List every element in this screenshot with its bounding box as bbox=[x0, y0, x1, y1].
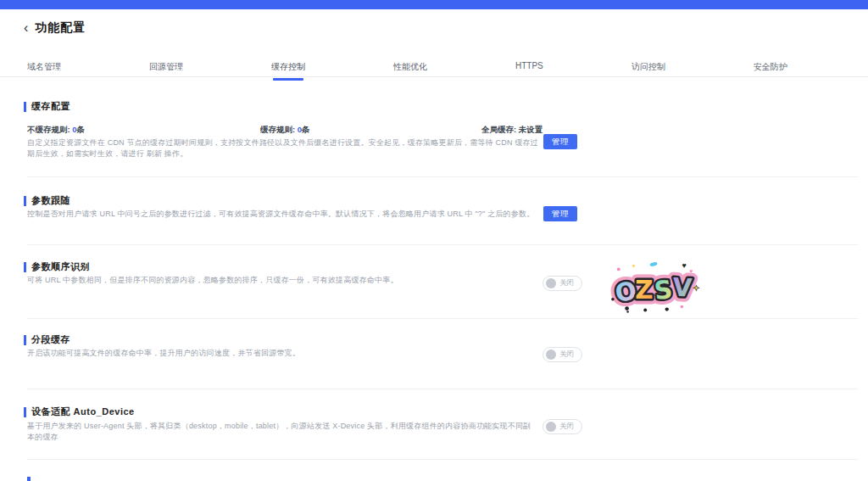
sticker-drip bbox=[665, 307, 669, 310]
tab-origin-management[interactable]: 回源管理 bbox=[149, 61, 183, 81]
sticker-drip bbox=[643, 309, 647, 312]
sticker-letter-layer: O Z S V bbox=[613, 271, 694, 308]
sticker-letter-z: Z bbox=[635, 276, 653, 305]
chunk-cache-description: 开启该功能可提高文件的缓存命中率，提升用户的访问速度，并节省回源带宽。 bbox=[27, 348, 536, 359]
sticker-dot-cyan bbox=[649, 261, 658, 266]
stat-label: 全局缓存: bbox=[481, 125, 516, 134]
active-tab-underline bbox=[273, 78, 303, 81]
tab-domain-management[interactable]: 域名管理 bbox=[27, 61, 61, 81]
stat-value: 未设置 bbox=[519, 125, 543, 134]
tab-security[interactable]: 安全防护 bbox=[754, 61, 787, 81]
cache-config-manage-button[interactable]: 管理 bbox=[543, 134, 577, 149]
toggle-label: 关闭 bbox=[559, 278, 574, 288]
param-follow-description: 控制是否对用户请求 URL 中问号之后的参数进行过滤，可有效提高资源文件缓存命中… bbox=[27, 209, 536, 220]
ozsv-graffiti-sticker: O Z S V O Z S V ♥ ♥ ✦ bbox=[609, 259, 702, 316]
section-title-cache-config: 缓存配置 bbox=[24, 100, 70, 113]
section-marker bbox=[24, 262, 26, 272]
section-title-chunk-cache: 分段缓存 bbox=[24, 333, 70, 346]
cache-config-description: 自定义指定资源文件在 CDN 节点的缓存过期时间规则，支持按文件路径以及文件后缀… bbox=[27, 137, 546, 159]
sticker-dot-pink bbox=[617, 267, 620, 271]
param-order-toggle[interactable]: 关闭 bbox=[542, 276, 582, 291]
tab-access-control[interactable]: 访问控制 bbox=[632, 61, 665, 81]
section-marker bbox=[24, 196, 26, 206]
sticker-drip bbox=[625, 306, 629, 310]
stat-label: 不缓存规则: bbox=[27, 125, 70, 134]
section-title-text: 参数顺序识别 bbox=[31, 260, 90, 273]
sticker-letter-v: V bbox=[672, 273, 693, 303]
stat-no-cache-rules: 不缓存规则: 0条 bbox=[27, 125, 85, 136]
chunk-cache-toggle[interactable]: 关闭 bbox=[542, 347, 582, 362]
section-divider bbox=[27, 389, 858, 389]
page-header: ‹ 功能配置 bbox=[24, 20, 86, 36]
toggle-label: 关闭 bbox=[559, 422, 574, 432]
page-title: 功能配置 bbox=[35, 20, 86, 36]
section-title-text: 分段缓存 bbox=[31, 333, 70, 346]
top-nav-bar bbox=[0, 0, 868, 9]
sticker-dot-yellow bbox=[632, 265, 635, 267]
section-title-text: 参数跟随 bbox=[31, 194, 70, 207]
sticker-heart-icon: ♥ bbox=[689, 268, 693, 274]
sticker-drip bbox=[626, 310, 629, 313]
section-title-param-follow: 参数跟随 bbox=[24, 194, 70, 207]
stat-cache-rules: 缓存规则: 0条 bbox=[260, 125, 310, 136]
section-title-param-order: 参数顺序识别 bbox=[24, 260, 90, 273]
stat-suffix: 条 bbox=[77, 125, 86, 134]
device-adapt-toggle[interactable]: 关闭 bbox=[542, 419, 582, 434]
toggle-label: 关闭 bbox=[559, 350, 574, 360]
section-marker bbox=[24, 102, 26, 112]
sticker-heart-icon: ♥ bbox=[682, 261, 686, 270]
stat-suffix: 条 bbox=[302, 125, 310, 134]
cdn-function-config-page: ‹ 功能配置 域名管理 回源管理 缓存控制 性能优化 HTTPS 访问控制 安全… bbox=[0, 0, 868, 481]
param-order-description: 可将 URL 中参数相同，但是排序不同的资源内容，忽略参数的排序，只缓存一份，可… bbox=[27, 275, 536, 286]
sticker-drip bbox=[681, 305, 684, 309]
toggle-knob bbox=[546, 350, 556, 360]
stat-global-cache: 全局缓存: 未设置 bbox=[481, 125, 542, 136]
tab-cache-control-label: 缓存控制 bbox=[271, 62, 305, 71]
param-follow-manage-button[interactable]: 管理 bbox=[543, 206, 577, 221]
stat-label: 缓存规则: bbox=[260, 125, 295, 134]
section-divider bbox=[27, 176, 858, 177]
section-divider bbox=[27, 459, 858, 460]
next-section-marker bbox=[27, 477, 31, 481]
section-marker bbox=[24, 335, 26, 345]
toggle-knob bbox=[546, 422, 556, 432]
section-title-device-adapt: 设备适配 Auto_Device bbox=[24, 405, 135, 418]
tab-performance[interactable]: 性能优化 bbox=[393, 61, 427, 81]
section-divider bbox=[27, 244, 858, 245]
section-title-text: 缓存配置 bbox=[31, 100, 70, 113]
sticker-sparkle-icon: ✦ bbox=[693, 283, 699, 293]
tab-https[interactable]: HTTPS bbox=[515, 61, 543, 81]
section-marker bbox=[24, 407, 26, 417]
sticker-letter-s: S bbox=[653, 275, 674, 305]
sticker-splat bbox=[611, 298, 615, 301]
tab-bar: 域名管理 回源管理 缓存控制 性能优化 HTTPS 访问控制 安全防护 bbox=[0, 53, 868, 77]
toggle-knob bbox=[546, 278, 556, 288]
device-adapt-description: 基于用户发来的 User-Agent 头部，将其归类（desktop，mobil… bbox=[27, 421, 537, 442]
tab-cache-control[interactable]: 缓存控制 bbox=[271, 61, 305, 81]
section-title-text: 设备适配 Auto_Device bbox=[31, 405, 135, 418]
back-icon[interactable]: ‹ bbox=[24, 21, 28, 35]
section-divider bbox=[27, 318, 858, 319]
